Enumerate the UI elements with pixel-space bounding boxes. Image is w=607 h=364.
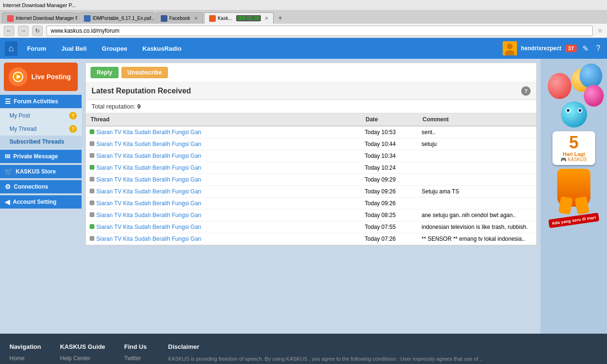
reputation-header: Latest Reputation Received ? xyxy=(86,82,536,100)
bookmark-star[interactable]: ★ xyxy=(597,26,603,35)
footer-nav-title: Navigation xyxy=(9,343,41,350)
footer-link-home[interactable]: Home xyxy=(9,355,41,362)
comment-cell-8: indonesian television is like trash, rub… xyxy=(418,221,536,233)
new-tab-button[interactable]: + xyxy=(275,12,286,24)
footer-link-twitter[interactable]: Twitter xyxy=(124,355,149,362)
status-dot-8 xyxy=(90,224,94,229)
tab-idm2[interactable]: IDMPortable_6.17.1_En.paf... ✕ xyxy=(79,12,155,24)
reputation-help-circle[interactable]: ? xyxy=(521,86,531,96)
sidebar-item-my-thread[interactable]: My Thread ? xyxy=(0,122,82,136)
private-message-icon: ✉ xyxy=(5,153,10,160)
live-posting-icon xyxy=(9,67,28,86)
table-row: Siaran TV Kita Sudah Beralih Fungsi GanT… xyxy=(86,209,536,221)
sidebar-item-my-post[interactable]: My Post ? xyxy=(0,109,82,122)
sidebar-section-forum-activities[interactable]: ☰ Forum Activities xyxy=(0,95,82,108)
refresh-button[interactable]: ↻ xyxy=(32,26,43,36)
thread-link-7[interactable]: Siaran TV Kita Sudah Beralih Fungsi Gan xyxy=(96,212,201,218)
tab-label-fb: Facebook xyxy=(169,16,190,21)
thread-link-5[interactable]: Siaran TV Kita Sudah Beralih Fungsi Gan xyxy=(96,188,201,195)
content-area: Reply Unsubscribe Latest Reputation Rece… xyxy=(82,59,541,334)
table-row: Siaran TV Kita Sudah Beralih Fungsi GanT… xyxy=(86,138,536,150)
subscribed-threads-label: Subscribed Threads xyxy=(9,138,64,145)
account-setting-label: Account Setting xyxy=(13,199,56,205)
footer-link-help-center[interactable]: Help Center xyxy=(60,355,105,362)
sidebar: Live Posting ☰ Forum Activities My Post … xyxy=(0,59,82,334)
footer-navigation: Navigation Home Forum xyxy=(9,343,41,364)
tab-label-kaskus: Kask... xyxy=(218,16,232,21)
mascot-head xyxy=(561,101,587,127)
date-cell-8: Today 07:55 xyxy=(361,221,418,233)
tab-favicon-fb xyxy=(161,15,167,22)
forum-activities-label: Forum Activities xyxy=(14,98,58,105)
back-button[interactable]: ← xyxy=(4,26,14,36)
tab-kaskus[interactable]: Kask... 000:03:28 ✕ xyxy=(204,12,274,24)
status-dot-1 xyxy=(90,141,94,146)
content-box: Reply Unsubscribe Latest Reputation Rece… xyxy=(85,63,537,246)
browser-titlebar: Internet Download Manager P... xyxy=(0,0,607,10)
thread-cell-8: Siaran TV Kita Sudah Beralih Fungsi Gan xyxy=(86,221,361,233)
notification-badge[interactable]: 37 xyxy=(565,45,577,52)
sidebar-section-connections[interactable]: ⚙ Connections xyxy=(0,180,82,193)
date-cell-9: Today 07:26 xyxy=(361,233,418,245)
nav-groupee[interactable]: Groupee xyxy=(96,42,133,55)
total-rep-label: Total reputation: xyxy=(92,103,136,110)
thread-link-1[interactable]: Siaran TV Kita Sudah Beralih Fungsi Gan xyxy=(96,141,201,147)
address-input[interactable] xyxy=(46,26,593,36)
thread-link-3[interactable]: Siaran TV Kita Sudah Beralih Fungsi Gan xyxy=(96,164,201,171)
live-posting-button[interactable]: Live Posting xyxy=(4,63,78,91)
thread-link-8[interactable]: Siaran TV Kita Sudah Beralih Fungsi Gan xyxy=(96,224,201,230)
comment-cell-1: setuju xyxy=(418,138,536,150)
thread-link-9[interactable]: Siaran TV Kita Sudah Beralih Fungsi Gan xyxy=(96,236,201,242)
tab-close-kaskus[interactable]: ✕ xyxy=(265,16,268,21)
nav-kaskus-radio[interactable]: KaskusRadio xyxy=(137,42,187,55)
svg-point-1 xyxy=(507,44,513,49)
thread-link-0[interactable]: Siaran TV Kita Sudah Beralih Fungsi Gan xyxy=(96,129,201,136)
kaskus-brand-label: 🎮 KASKUS xyxy=(557,157,590,162)
comment-cell-4 xyxy=(418,174,536,186)
sidebar-section-account-setting[interactable]: ◀ Account Setting xyxy=(0,195,82,209)
thread-cell-0: Siaran TV Kita Sudah Beralih Fungsi Gan xyxy=(86,126,361,138)
status-dot-2 xyxy=(90,153,94,158)
thread-link-2[interactable]: Siaran TV Kita Sudah Beralih Fungsi Gan xyxy=(96,153,201,159)
thread-cell-4: Siaran TV Kita Sudah Beralih Fungsi Gan xyxy=(86,174,361,186)
comment-cell-6 xyxy=(418,198,536,209)
help-icon-button[interactable]: ? xyxy=(594,42,602,55)
tab-close-fb[interactable]: ✕ xyxy=(194,16,198,21)
sidebar-item-subscribed-threads[interactable]: Subscribed Threads xyxy=(0,136,82,148)
tab-favicon-idm xyxy=(7,15,14,22)
reputation-table: Thread Date Comment Siaran TV Kita Sudah… xyxy=(86,113,536,245)
days-number: 5 xyxy=(557,134,590,151)
my-thread-label: My Thread xyxy=(9,126,37,132)
status-dot-5 xyxy=(90,189,94,193)
forward-button[interactable]: → xyxy=(18,26,28,36)
status-dot-0 xyxy=(90,129,94,134)
comment-cell-0: sent.. xyxy=(418,126,536,138)
comment-cell-7: ane setuju gan..nih cendol bwt agan.. xyxy=(418,209,536,221)
kaskus-mascot: 5 Hari Lagi 🎮 KASKUS Ada yang seru di ma… xyxy=(543,101,605,305)
address-bar: ← → ↻ ★ xyxy=(0,24,607,38)
forum-activities-icon: ☰ xyxy=(5,98,11,105)
table-row: Siaran TV Kita Sudah Beralih Fungsi GanT… xyxy=(86,162,536,174)
nav-jual-beli[interactable]: Jual Beli xyxy=(55,42,92,55)
reply-button[interactable]: Reply xyxy=(91,67,119,78)
unsubscribe-button[interactable]: Unsubscribe xyxy=(121,67,168,78)
days-badge: 5 Hari Lagi 🎮 KASKUS xyxy=(552,131,595,165)
tab-idm[interactable]: Internet Download Manager P... ✕ xyxy=(2,12,78,24)
tab-label-idm2: IDMPortable_6.17.1_En.paf... xyxy=(92,16,155,21)
titlebar-text: Internet Download Manager P... xyxy=(3,2,76,8)
home-nav-button[interactable]: ⌂ xyxy=(5,41,18,56)
thread-link-4[interactable]: Siaran TV Kita Sudah Beralih Fungsi Gan xyxy=(96,176,201,183)
nav-forum[interactable]: Forum xyxy=(21,42,52,55)
tab-timer: 000:03:28 xyxy=(236,15,261,21)
thread-cell-1: Siaran TV Kita Sudah Beralih Fungsi Gan xyxy=(86,138,361,150)
edit-icon-button[interactable]: ✎ xyxy=(580,42,590,55)
sidebar-section-private-message[interactable]: ✉ Private Message xyxy=(0,150,82,163)
date-cell-2: Today 10:34 xyxy=(361,150,418,162)
tagline-banner: Ada yang seru di mari xyxy=(548,213,599,228)
thread-link-6[interactable]: Siaran TV Kita Sudah Beralih Fungsi Gan xyxy=(96,200,201,207)
date-cell-6: Today 09:26 xyxy=(361,198,418,209)
tab-fb[interactable]: Facebook ✕ xyxy=(156,12,203,24)
sidebar-section-kaskus-store[interactable]: 🛒 KASKUS Store xyxy=(0,165,82,178)
connections-icon: ⚙ xyxy=(5,183,11,191)
col-thread: Thread xyxy=(86,113,361,126)
